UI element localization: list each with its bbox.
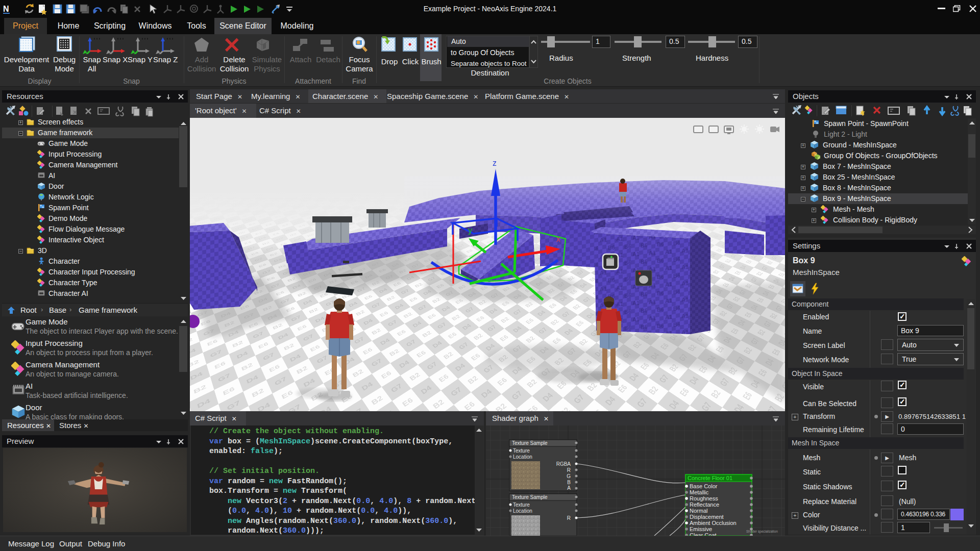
svg-text:Texture: Texture: [513, 502, 530, 508]
svg-text:N: N: [3, 5, 9, 13]
svg-text:Emissive: Emissive: [690, 526, 712, 532]
svg-text:Concrete Floor 01: Concrete Floor 01: [688, 475, 732, 481]
svg-text:z: z: [493, 159, 497, 167]
svg-text:Location: Location: [513, 508, 532, 514]
svg-text:Clear Coat: Clear Coat: [690, 532, 717, 536]
svg-text:Texture Sample: Texture Sample: [512, 440, 548, 446]
svg-text:R: R: [567, 515, 571, 521]
svg-text:Shader specialization: Shader specialization: [746, 530, 778, 534]
svg-text:y: y: [468, 226, 472, 235]
svg-text:Base Color: Base Color: [690, 483, 718, 489]
svg-text:Metallic: Metallic: [690, 489, 709, 495]
svg-text:Reflectance: Reflectance: [690, 502, 719, 508]
svg-text:Ambient Occlusion: Ambient Occlusion: [690, 520, 737, 526]
svg-text:RGBA: RGBA: [556, 461, 571, 467]
svg-text:Texture Sample: Texture Sample: [512, 494, 548, 500]
svg-text:B: B: [567, 480, 571, 485]
svg-text:x: x: [556, 235, 560, 243]
svg-text:R: R: [567, 467, 571, 473]
svg-text:G: G: [567, 473, 571, 479]
svg-text:Location: Location: [513, 454, 532, 460]
svg-text:Normal: Normal: [690, 508, 707, 514]
svg-text:A: A: [567, 485, 571, 491]
svg-text:Displacement: Displacement: [690, 514, 724, 520]
svg-text:Roughness: Roughness: [690, 495, 718, 502]
svg-text:Texture: Texture: [513, 448, 530, 454]
